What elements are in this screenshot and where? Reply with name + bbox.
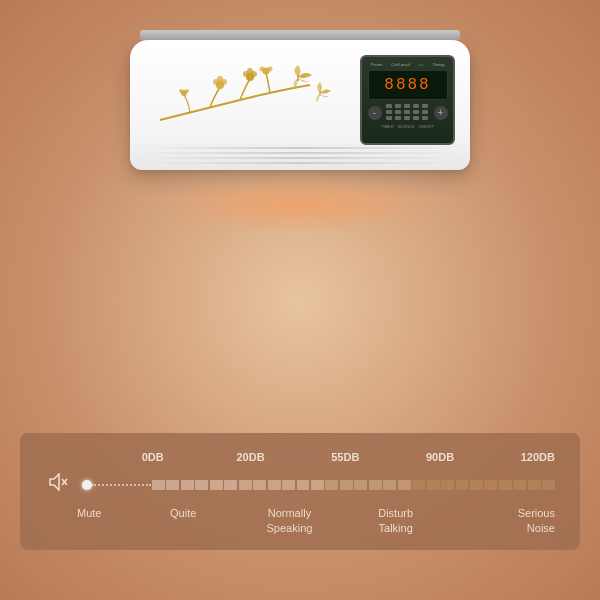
panel-labels: TIMER SILENCE ON/OFF — [381, 124, 434, 129]
vent-area — [130, 140, 470, 170]
label-serious: Serious Noise — [449, 506, 555, 535]
display-screen: 8888 — [368, 70, 448, 100]
mute-icon — [45, 473, 69, 496]
db-labels-row: Mute Quite Normally Speaking Disturb Tal… — [45, 506, 555, 535]
display-panel: Preset Cold proof on Timing 8888 - + TIM… — [360, 55, 455, 145]
db-120: 120DB — [521, 451, 555, 463]
label-normally: Normally Speaking — [236, 506, 342, 535]
db-20: 20DB — [237, 451, 267, 463]
svg-point-13 — [185, 89, 189, 93]
heater-unit: Preset Cold proof on Timing 8888 - + TIM… — [130, 30, 470, 170]
floral-decoration — [150, 55, 350, 135]
heater-body: Preset Cold proof on Timing 8888 - + TIM… — [130, 40, 470, 170]
display-digits: 8888 — [384, 76, 430, 94]
db-bar-row — [45, 473, 555, 496]
db-90: 90DB — [426, 451, 456, 463]
label-disturb: Disturb Talking — [343, 506, 449, 535]
svg-point-7 — [247, 68, 253, 74]
db-numbers-row: 0DB 20DB 55DB 90DB 120DB — [45, 451, 555, 463]
db-scale-bar — [77, 477, 555, 493]
db-scale-wrapper: 0DB 20DB 55DB 90DB 120DB — [20, 433, 580, 550]
db-0: 0DB — [142, 451, 172, 463]
svg-point-3 — [217, 76, 223, 82]
plus-button[interactable]: + — [434, 106, 448, 120]
label-mute: Mute — [77, 506, 130, 535]
svg-point-12 — [179, 89, 183, 93]
svg-point-10 — [268, 67, 273, 72]
db-55: 55DB — [331, 451, 361, 463]
svg-point-9 — [260, 67, 265, 72]
wall-bracket — [140, 30, 460, 40]
warm-glow — [150, 175, 450, 235]
control-grid — [386, 104, 430, 121]
label-quite: Quite — [130, 506, 236, 535]
db-indicator-dot — [82, 480, 92, 490]
db-bar-container: 0DB 20DB 55DB 90DB 120DB — [20, 433, 580, 550]
minus-button[interactable]: - — [368, 106, 382, 120]
